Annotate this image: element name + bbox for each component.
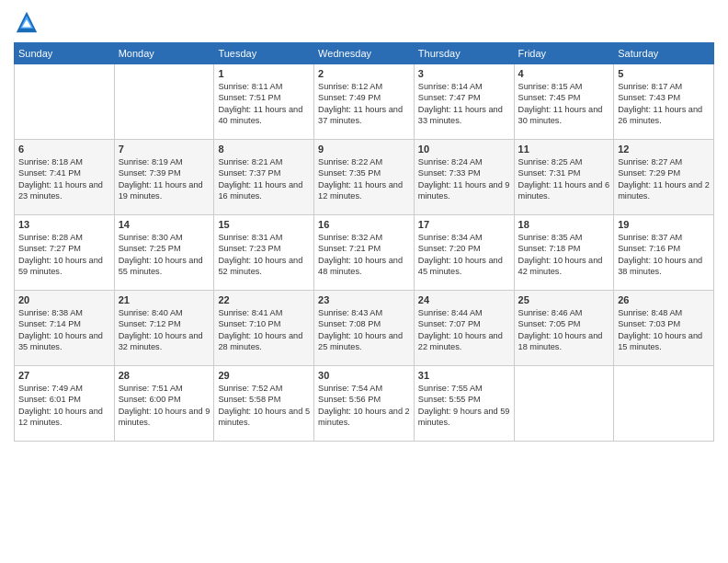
day-info: Sunrise: 8:24 AM Sunset: 7:33 PM Dayligh…	[418, 156, 510, 202]
day-cell: 5Sunrise: 8:17 AM Sunset: 7:43 PM Daylig…	[614, 64, 714, 140]
day-info: Sunrise: 8:46 AM Sunset: 7:05 PM Dayligh…	[518, 307, 610, 353]
day-cell: 18Sunrise: 8:35 AM Sunset: 7:18 PM Dayli…	[514, 215, 614, 291]
day-header-friday: Friday	[514, 43, 614, 64]
day-info: Sunrise: 8:14 AM Sunset: 7:47 PM Dayligh…	[418, 81, 510, 127]
day-info: Sunrise: 8:41 AM Sunset: 7:10 PM Dayligh…	[218, 307, 310, 353]
week-row-1: 6Sunrise: 8:18 AM Sunset: 7:41 PM Daylig…	[15, 140, 714, 215]
day-number: 6	[18, 144, 110, 155]
page: SundayMondayTuesdayWednesdayThursdayFrid…	[0, 0, 728, 563]
day-cell: 9Sunrise: 8:22 AM Sunset: 7:35 PM Daylig…	[314, 140, 415, 215]
day-info: Sunrise: 8:12 AM Sunset: 7:49 PM Dayligh…	[318, 81, 410, 127]
day-info: Sunrise: 8:15 AM Sunset: 7:45 PM Dayligh…	[518, 81, 610, 127]
day-cell: 10Sunrise: 8:24 AM Sunset: 7:33 PM Dayli…	[414, 140, 514, 215]
day-cell: 11Sunrise: 8:25 AM Sunset: 7:31 PM Dayli…	[514, 140, 614, 215]
day-cell: 28Sunrise: 7:51 AM Sunset: 6:00 PM Dayli…	[114, 366, 214, 442]
day-info: Sunrise: 7:54 AM Sunset: 5:56 PM Dayligh…	[318, 383, 410, 429]
logo-icon	[14, 9, 40, 35]
day-cell: 3Sunrise: 8:14 AM Sunset: 7:47 PM Daylig…	[414, 64, 514, 140]
day-number: 5	[618, 68, 710, 79]
week-row-3: 20Sunrise: 8:38 AM Sunset: 7:14 PM Dayli…	[15, 291, 714, 366]
day-number: 25	[518, 294, 610, 305]
day-info: Sunrise: 8:38 AM Sunset: 7:14 PM Dayligh…	[18, 307, 110, 353]
day-info: Sunrise: 8:22 AM Sunset: 7:35 PM Dayligh…	[318, 156, 410, 202]
day-info: Sunrise: 8:37 AM Sunset: 7:16 PM Dayligh…	[618, 232, 710, 278]
day-cell: 19Sunrise: 8:37 AM Sunset: 7:16 PM Dayli…	[614, 215, 714, 291]
day-info: Sunrise: 7:52 AM Sunset: 5:58 PM Dayligh…	[218, 383, 310, 429]
day-cell: 21Sunrise: 8:40 AM Sunset: 7:12 PM Dayli…	[114, 291, 214, 366]
day-cell: 22Sunrise: 8:41 AM Sunset: 7:10 PM Dayli…	[214, 291, 314, 366]
day-cell: 26Sunrise: 8:48 AM Sunset: 7:03 PM Dayli…	[614, 291, 714, 366]
day-info: Sunrise: 8:31 AM Sunset: 7:23 PM Dayligh…	[218, 232, 310, 278]
calendar-table: SundayMondayTuesdayWednesdayThursdayFrid…	[14, 42, 714, 442]
day-cell	[114, 64, 214, 140]
day-info: Sunrise: 8:19 AM Sunset: 7:39 PM Dayligh…	[119, 156, 210, 202]
day-number: 23	[318, 294, 410, 305]
day-cell: 24Sunrise: 8:44 AM Sunset: 7:07 PM Dayli…	[414, 291, 514, 366]
day-cell: 16Sunrise: 8:32 AM Sunset: 7:21 PM Dayli…	[314, 215, 415, 291]
day-number: 20	[18, 294, 110, 305]
day-header-tuesday: Tuesday	[214, 43, 314, 64]
day-number: 26	[618, 294, 710, 305]
day-cell: 15Sunrise: 8:31 AM Sunset: 7:23 PM Dayli…	[214, 215, 314, 291]
day-info: Sunrise: 7:51 AM Sunset: 6:00 PM Dayligh…	[119, 383, 210, 429]
day-info: Sunrise: 8:34 AM Sunset: 7:20 PM Dayligh…	[418, 232, 510, 278]
day-number: 13	[18, 219, 110, 230]
day-cell: 13Sunrise: 8:28 AM Sunset: 7:27 PM Dayli…	[15, 215, 115, 291]
day-number: 31	[418, 370, 510, 381]
day-cell: 31Sunrise: 7:55 AM Sunset: 5:55 PM Dayli…	[414, 366, 514, 442]
day-number: 9	[318, 144, 410, 155]
day-number: 17	[418, 219, 510, 230]
day-number: 24	[418, 294, 510, 305]
day-number: 10	[418, 144, 510, 155]
day-number: 15	[218, 219, 310, 230]
day-info: Sunrise: 8:44 AM Sunset: 7:07 PM Dayligh…	[418, 307, 510, 353]
week-row-0: 1Sunrise: 8:11 AM Sunset: 7:51 PM Daylig…	[15, 64, 714, 140]
day-number: 19	[618, 219, 710, 230]
day-cell: 29Sunrise: 7:52 AM Sunset: 5:58 PM Dayli…	[214, 366, 314, 442]
day-cell: 14Sunrise: 8:30 AM Sunset: 7:25 PM Dayli…	[114, 215, 214, 291]
day-number: 30	[318, 370, 410, 381]
day-cell: 25Sunrise: 8:46 AM Sunset: 7:05 PM Dayli…	[514, 291, 614, 366]
day-info: Sunrise: 7:49 AM Sunset: 6:01 PM Dayligh…	[18, 383, 110, 429]
day-cell	[15, 64, 115, 140]
logo	[14, 9, 43, 35]
day-number: 2	[318, 68, 410, 79]
day-number: 22	[218, 294, 310, 305]
day-info: Sunrise: 8:28 AM Sunset: 7:27 PM Dayligh…	[18, 232, 110, 278]
day-info: Sunrise: 8:43 AM Sunset: 7:08 PM Dayligh…	[318, 307, 410, 353]
day-info: Sunrise: 8:17 AM Sunset: 7:43 PM Dayligh…	[618, 81, 710, 127]
day-info: Sunrise: 8:32 AM Sunset: 7:21 PM Dayligh…	[318, 232, 410, 278]
day-cell: 23Sunrise: 8:43 AM Sunset: 7:08 PM Dayli…	[314, 291, 415, 366]
day-number: 18	[518, 219, 610, 230]
day-info: Sunrise: 8:27 AM Sunset: 7:29 PM Dayligh…	[618, 156, 710, 202]
day-number: 7	[119, 144, 210, 155]
day-number: 8	[218, 144, 310, 155]
day-cell	[514, 366, 614, 442]
day-cell: 8Sunrise: 8:21 AM Sunset: 7:37 PM Daylig…	[214, 140, 314, 215]
day-info: Sunrise: 8:11 AM Sunset: 7:51 PM Dayligh…	[218, 81, 310, 127]
day-number: 16	[318, 219, 410, 230]
day-info: Sunrise: 8:25 AM Sunset: 7:31 PM Dayligh…	[518, 156, 610, 202]
day-cell: 12Sunrise: 8:27 AM Sunset: 7:29 PM Dayli…	[614, 140, 714, 215]
day-cell: 27Sunrise: 7:49 AM Sunset: 6:01 PM Dayli…	[15, 366, 115, 442]
header	[14, 9, 714, 35]
day-header-sunday: Sunday	[15, 43, 115, 64]
day-header-wednesday: Wednesday	[314, 43, 415, 64]
day-cell: 1Sunrise: 8:11 AM Sunset: 7:51 PM Daylig…	[214, 64, 314, 140]
day-header-thursday: Thursday	[414, 43, 514, 64]
day-cell: 30Sunrise: 7:54 AM Sunset: 5:56 PM Dayli…	[314, 366, 415, 442]
header-row: SundayMondayTuesdayWednesdayThursdayFrid…	[15, 43, 714, 64]
day-number: 12	[618, 144, 710, 155]
day-header-saturday: Saturday	[614, 43, 714, 64]
day-number: 21	[119, 294, 210, 305]
day-number: 4	[518, 68, 610, 79]
day-number: 29	[218, 370, 310, 381]
day-info: Sunrise: 7:55 AM Sunset: 5:55 PM Dayligh…	[418, 383, 510, 429]
day-number: 1	[218, 68, 310, 79]
day-number: 14	[119, 219, 210, 230]
day-number: 3	[418, 68, 510, 79]
day-cell: 2Sunrise: 8:12 AM Sunset: 7:49 PM Daylig…	[314, 64, 415, 140]
day-cell: 17Sunrise: 8:34 AM Sunset: 7:20 PM Dayli…	[414, 215, 514, 291]
day-number: 28	[119, 370, 210, 381]
day-header-monday: Monday	[114, 43, 214, 64]
